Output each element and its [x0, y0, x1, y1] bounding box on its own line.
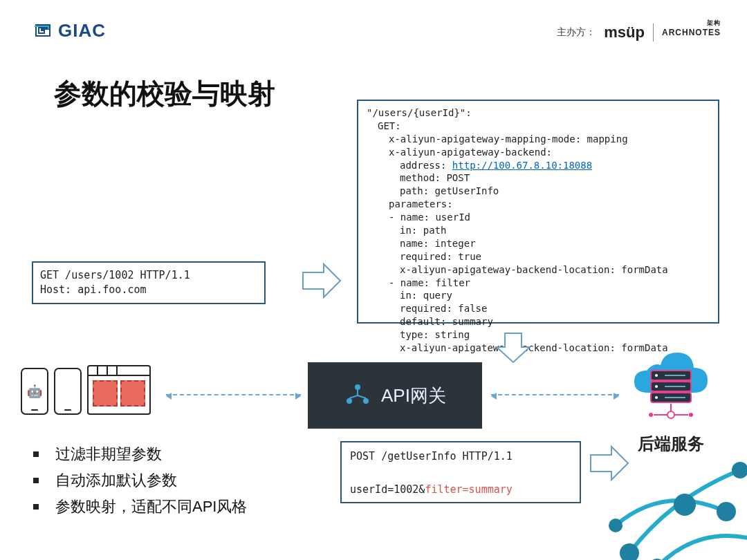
svg-point-24 — [674, 494, 696, 516]
svg-point-7 — [655, 385, 658, 388]
giac-logo-mark — [32, 19, 54, 41]
dashed-connector-gateway-backend — [491, 394, 619, 395]
client-devices: 🤖 — [21, 365, 151, 415]
svg-point-2 — [363, 398, 369, 404]
svg-point-19 — [732, 462, 747, 478]
svg-point-1 — [347, 398, 352, 404]
browser-icon — [87, 365, 151, 415]
sponsor-archnotes: ARCHNOTES — [662, 28, 721, 37]
decorative-network-graphic — [602, 415, 747, 560]
gateway-label: API网关 — [381, 384, 446, 408]
sponsor-divider — [653, 24, 654, 41]
slide-title: 参数的校验与映射 — [54, 75, 275, 113]
cloud-server-icon — [626, 343, 716, 426]
api-config-box: "/users/{userId}": GET: x-aliyun-apigate… — [357, 100, 719, 324]
bullet-item: 参数映射，适配不同API风格 — [33, 496, 247, 517]
bullet-marker — [33, 451, 39, 457]
svg-point-8 — [655, 396, 658, 399]
android-phone-icon: 🤖 — [21, 368, 48, 415]
dashed-connector-clients-gateway — [166, 394, 301, 395]
request-line: GET /users/1002 HTTP/1.1 — [40, 268, 257, 283]
backend-address-link[interactable]: http://100.67.8.10:18088 — [452, 160, 592, 171]
svg-point-0 — [355, 384, 360, 390]
request-host: Host: api.foo.com — [40, 283, 257, 297]
svg-point-6 — [655, 374, 658, 377]
host-sponsors: 主办方： msüp ARCHNOTES — [557, 24, 721, 41]
slide-header: GIAC 主办方： msüp ARCHNOTES — [0, 19, 747, 54]
giac-logo: GIAC — [32, 19, 106, 41]
host-label: 主办方： — [557, 26, 596, 39]
response-line: POST /getUserInfo HTTP/1.1 — [350, 448, 571, 465]
api-gateway-box: API网关 — [308, 362, 482, 429]
android-icon: 🤖 — [27, 384, 42, 399]
http-request-box: GET /users/1002 HTTP/1.1 Host: api.foo.c… — [32, 261, 266, 304]
arrow-request-to-config — [300, 261, 343, 300]
feature-bullets: 过滤非期望参数 自动添加默认参数 参数映射，适配不同API风格 — [33, 444, 247, 523]
arrow-config-to-gateway — [494, 330, 533, 365]
http-response-box: POST /getUserInfo HTTP/1.1 userId=1002&f… — [340, 441, 581, 503]
bullet-item: 过滤非期望参数 — [33, 444, 247, 465]
network-node-icon — [344, 380, 371, 411]
bullet-marker — [33, 478, 39, 483]
giac-logo-text: GIAC — [58, 20, 106, 41]
response-body: userId=1002&filter=summary — [350, 481, 571, 498]
svg-point-21 — [717, 502, 736, 521]
bullet-item: 自动添加默认参数 — [33, 470, 247, 491]
bullet-marker — [33, 504, 39, 510]
sponsor-msup: msüp — [604, 24, 645, 41]
svg-point-20 — [609, 519, 622, 532]
iphone-icon — [54, 368, 82, 415]
